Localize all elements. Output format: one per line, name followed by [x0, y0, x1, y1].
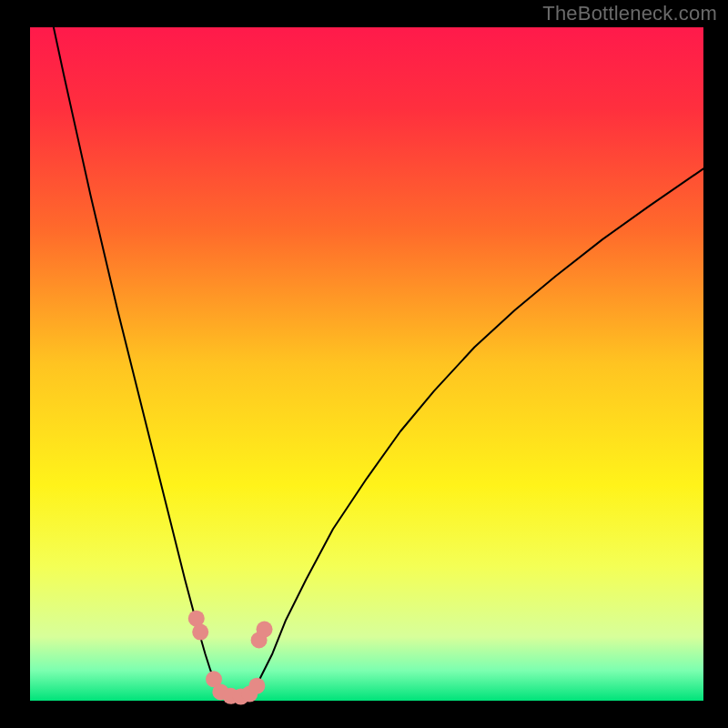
- bottleneck-chart: [0, 0, 728, 728]
- marker-dot: [257, 622, 273, 638]
- marker-dot: [192, 624, 208, 641]
- marker-dot: [248, 678, 265, 694]
- chart-frame: TheBottleneck.com: [0, 0, 728, 728]
- watermark-text: TheBottleneck.com: [542, 2, 717, 25]
